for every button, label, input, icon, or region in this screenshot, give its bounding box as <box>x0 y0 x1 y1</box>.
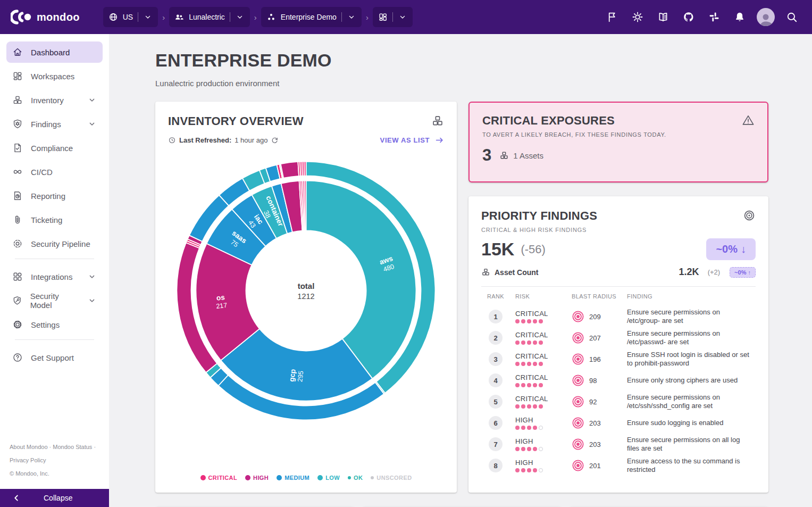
sidebar-item-reporting[interactable]: Reporting <box>6 185 103 206</box>
sidebar-item-security-pipeline[interactable]: Security Pipeline <box>6 233 103 254</box>
grid-icon <box>378 12 388 22</box>
legend-ok[interactable]: OK <box>348 475 363 481</box>
risk-dot <box>521 383 525 387</box>
column-header: RANK <box>481 293 510 300</box>
footer-link-privacy-policy[interactable]: Privacy Policy <box>10 457 99 463</box>
legend-low[interactable]: LOW <box>317 475 340 481</box>
divider <box>341 12 342 22</box>
sidebar-item-label: Workspaces <box>31 72 74 81</box>
breadcrumb-lunalectric[interactable]: Lunalectric <box>169 7 250 27</box>
sunburst-outer-segment[interactable] <box>304 162 306 176</box>
asset-count-label: Asset Count <box>495 268 538 277</box>
user-avatar[interactable] <box>757 8 775 26</box>
sidebar-item-workspaces[interactable]: Workspaces <box>6 65 103 87</box>
github-button[interactable] <box>678 6 699 28</box>
flag-button[interactable] <box>601 6 623 28</box>
theme-sun-button[interactable] <box>627 6 648 28</box>
inventory-title: INVENTORY OVERVIEW <box>168 114 304 128</box>
findings-trend-badge: ~0% ↓ <box>706 238 756 260</box>
blast-icon <box>572 438 584 451</box>
breadcrumb-separator: › <box>162 13 165 22</box>
finding-text: Ensure secure permissions on /etc/passwd… <box>627 329 756 347</box>
chart-center-value: 1212 <box>297 292 314 301</box>
risk-dot <box>533 404 537 409</box>
clock-icon <box>168 136 176 144</box>
finding-row[interactable]: 2CRITICAL207Ensure secure permissions on… <box>481 327 756 348</box>
blast-icon <box>572 353 584 365</box>
finding-row[interactable]: 1CRITICAL209Ensure secure permissions on… <box>481 306 756 327</box>
breadcrumb-scope[interactable] <box>373 7 413 27</box>
risk-dot <box>539 383 543 387</box>
legend-critical[interactable]: CRITICAL <box>200 475 238 481</box>
critical-exposures-card[interactable]: CRITICAL EXPOSURES TO AVERT A LIKELY BRE… <box>468 102 768 182</box>
notifications-button[interactable] <box>729 6 750 28</box>
legend-high[interactable]: HIGH <box>245 475 269 481</box>
trend-value: ~0% <box>734 269 746 276</box>
sidebar-item-label: Reporting <box>31 192 65 201</box>
sidebar-footer: About Mondoo · Mondoo Status · Privacy P… <box>0 444 109 489</box>
priority-findings-card: PRIORITY FINDINGS CRITICAL & HIGH RISK F… <box>468 196 768 493</box>
column-header: BLAST RADIUS <box>572 293 622 300</box>
risk-dot <box>539 468 543 472</box>
column-header: FINDING <box>627 293 756 300</box>
sidebar-item-label: Compliance <box>31 144 73 153</box>
search-button[interactable] <box>781 6 802 28</box>
divider <box>15 259 94 259</box>
legend-unscored[interactable]: UNSCORED <box>371 475 412 481</box>
sidebar-item-integrations[interactable]: Integrations <box>6 266 103 287</box>
inventory-sunburst-chart[interactable]: aws480gcp295os217saas75iac43container38t… <box>168 156 444 425</box>
blast-icon <box>572 395 584 408</box>
sidebar-item-ticketing[interactable]: Ticketing <box>6 209 103 230</box>
slack-button[interactable] <box>704 6 725 28</box>
risk-dot <box>533 447 537 451</box>
rank-badge: 6 <box>489 416 503 430</box>
blast-icon <box>572 374 584 387</box>
collapse-button[interactable]: Collapse <box>0 489 109 507</box>
sidebar-item-inventory[interactable]: Inventory <box>6 89 103 111</box>
sidebar-item-security-model[interactable]: Security Model <box>6 290 103 311</box>
footer-links-about-status[interactable]: About Mondoo · Mondoo Status · <box>10 444 99 450</box>
blast-icon <box>572 331 584 344</box>
sidebar-item-get-support[interactable]: Get Support <box>6 347 103 368</box>
priority-findings-title: PRIORITY FINDINGS <box>481 209 597 223</box>
finding-row[interactable]: 6HIGH203Ensure sudo logging is enabled <box>481 412 756 434</box>
rank-badge: 3 <box>489 352 503 366</box>
refresh-icon[interactable] <box>271 136 279 144</box>
asset-trend-badge: ~0% ↑ <box>730 267 756 278</box>
findings-table-header: RANKRISKBLAST RADIUSFINDING <box>481 293 756 300</box>
breadcrumb-enterprise-demo[interactable]: Enterprise Demo <box>261 7 362 27</box>
sunburst-segment-small[interactable] <box>304 181 306 231</box>
risk-dot <box>527 426 531 430</box>
sidebar-item-label: CI/CD <box>31 168 53 177</box>
finding-row[interactable]: 3CRITICAL196Ensure SSH root login is dis… <box>481 348 756 370</box>
sidebar: DashboardWorkspacesInventoryFindingsComp… <box>0 34 109 507</box>
breadcrumb-us[interactable]: US <box>103 7 158 27</box>
legend-medium[interactable]: MEDIUM <box>277 475 309 481</box>
risk-label: CRITICAL <box>515 395 566 403</box>
finding-text: Ensure SSH root login is disabled or set… <box>627 351 756 368</box>
finding-row[interactable]: 5CRITICAL92Ensure secure permissions on … <box>481 391 756 412</box>
docs-book-button[interactable] <box>652 6 674 28</box>
page-title: ENTERPRISE DEMO <box>155 50 768 71</box>
assets-icon <box>12 95 23 105</box>
security-model-icon <box>12 295 22 306</box>
risk-dot <box>521 447 525 451</box>
divider <box>138 12 138 22</box>
sidebar-item-ci-cd[interactable]: CI/CD <box>6 161 103 182</box>
sunburst-outer-segment[interactable] <box>281 162 299 178</box>
risk-dot <box>515 340 520 345</box>
blast-radius-value: 92 <box>589 398 597 406</box>
sidebar-item-dashboard[interactable]: Dashboard <box>6 41 103 63</box>
mondoo-logo[interactable]: mondoo <box>11 10 80 24</box>
finding-row[interactable]: 7HIGH203Ensure secure permissions on all… <box>481 434 756 455</box>
risk-dot <box>527 340 531 345</box>
sidebar-item-findings[interactable]: Findings <box>6 113 103 135</box>
finding-row[interactable]: 8HIGH201Ensure access to the su command … <box>481 455 756 476</box>
risk-dot <box>539 404 543 409</box>
sidebar-item-compliance[interactable]: Compliance <box>6 137 103 159</box>
finding-row[interactable]: 4CRITICAL98Ensure only strong ciphers ar… <box>481 370 756 391</box>
legend-label: UNSCORED <box>376 475 412 481</box>
risk-dot <box>515 468 520 472</box>
sidebar-item-settings[interactable]: Settings <box>6 314 103 335</box>
view-as-list-link[interactable]: VIEW AS LIST <box>380 136 444 145</box>
